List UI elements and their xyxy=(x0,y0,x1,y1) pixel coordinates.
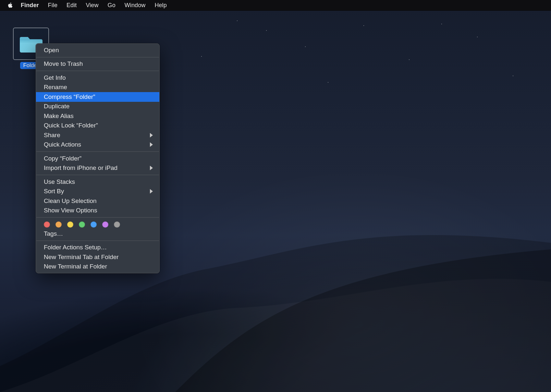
context-menu-item-quick-look-folder[interactable]: Quick Look “Folder” xyxy=(36,121,159,131)
svg-rect-0 xyxy=(20,41,43,42)
context-menu-item-show-view-options[interactable]: Show View Options xyxy=(36,206,159,216)
context-menu-item-rename[interactable]: Rename xyxy=(36,83,159,92)
context-menu-separator xyxy=(36,151,159,152)
context-menu-item-share[interactable]: Share xyxy=(36,130,159,140)
tag-color-0[interactable] xyxy=(44,221,50,228)
context-menu-separator xyxy=(36,241,159,241)
apple-menu-icon[interactable] xyxy=(7,2,13,8)
tag-color-5[interactable] xyxy=(102,221,108,228)
context-menu-item-compress-folder[interactable]: Compress “Folder” xyxy=(36,92,159,102)
context-menu-item-import-from-iphone-or-ipad[interactable]: Import from iPhone or iPad xyxy=(36,163,159,173)
context-menu-item-new-terminal-at-folder[interactable]: New Terminal at Folder xyxy=(36,262,159,272)
context-menu-item-clean-up-selection[interactable]: Clean Up Selection xyxy=(36,196,159,206)
menu-bar: Finder File Edit View Go Window Help xyxy=(0,0,551,11)
context-menu-item-open[interactable]: Open xyxy=(36,45,159,55)
context-menu-item-use-stacks[interactable]: Use Stacks xyxy=(36,177,159,187)
menu-edit[interactable]: Edit xyxy=(67,2,77,9)
context-menu-item-tags[interactable]: Tags… xyxy=(36,229,159,239)
context-menu-item-make-alias[interactable]: Make Alias xyxy=(36,111,159,121)
tag-color-1[interactable] xyxy=(55,221,62,228)
context-menu-item-folder-actions-setup[interactable]: Folder Actions Setup… xyxy=(36,243,159,253)
context-menu-item-move-to-trash[interactable]: Move to Trash xyxy=(36,59,159,69)
context-menu-item-copy-folder[interactable]: Copy “Folder” xyxy=(36,154,159,163)
context-menu-item-sort-by[interactable]: Sort By xyxy=(36,187,159,196)
menu-help[interactable]: Help xyxy=(154,2,166,9)
menu-window[interactable]: Window xyxy=(125,2,146,9)
tag-color-6[interactable] xyxy=(114,221,120,228)
context-menu: OpenMove to TrashGet InfoRenameCompress … xyxy=(36,43,160,273)
context-menu-item-get-info[interactable]: Get Info xyxy=(36,73,159,83)
context-menu-item-quick-actions[interactable]: Quick Actions xyxy=(36,140,159,150)
context-menu-item-duplicate[interactable]: Duplicate xyxy=(36,102,159,112)
context-menu-separator xyxy=(36,217,159,218)
menu-go[interactable]: Go xyxy=(108,2,116,9)
context-menu-tags-row xyxy=(36,220,159,229)
context-menu-separator xyxy=(36,71,159,71)
tag-color-3[interactable] xyxy=(79,221,85,228)
menu-file[interactable]: File xyxy=(48,2,57,9)
tag-color-4[interactable] xyxy=(91,221,97,228)
context-menu-separator xyxy=(36,175,159,175)
menu-view[interactable]: View xyxy=(86,2,98,9)
tag-color-2[interactable] xyxy=(67,221,73,228)
context-menu-separator xyxy=(36,57,159,57)
menu-app-name[interactable]: Finder xyxy=(21,2,39,9)
context-menu-item-new-terminal-tab-at-folder[interactable]: New Terminal Tab at Folder xyxy=(36,252,159,262)
